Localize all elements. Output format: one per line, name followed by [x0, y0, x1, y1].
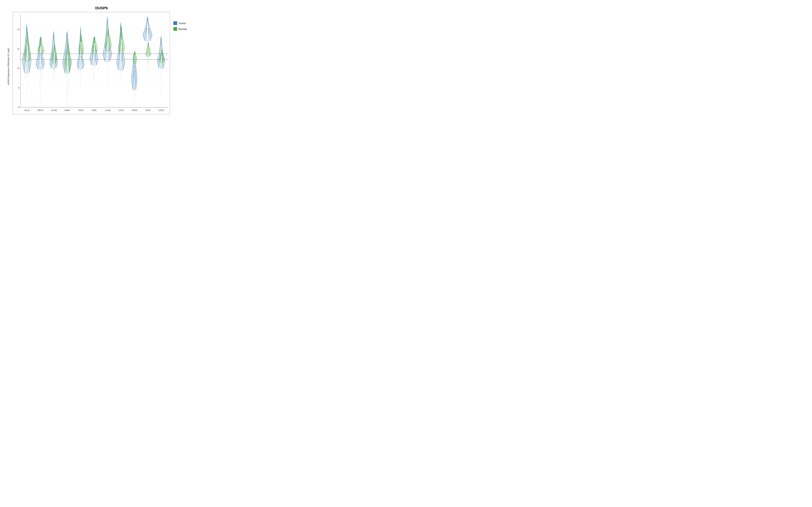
svg-rect-49 [27, 26, 27, 27]
svg-rect-532 [107, 33, 108, 33]
svg-rect-676 [136, 58, 136, 58]
svg-rect-385 [81, 36, 82, 36]
svg-rect-229 [54, 50, 54, 51]
svg-rect-804 [161, 68, 162, 68]
svg-rect-500 [107, 16, 107, 17]
svg-rect-176 [51, 68, 52, 68]
svg-rect-826 [162, 55, 163, 55]
svg-rect-379 [81, 41, 81, 41]
svg-rect-348 [81, 31, 81, 31]
svg-rect-307 [67, 46, 67, 46]
svg-rect-170 [53, 77, 54, 77]
svg-rect-535 [108, 30, 108, 30]
svg-rect-211 [54, 65, 55, 65]
svg-rect-78 [28, 44, 28, 44]
svg-rect-296 [66, 64, 67, 64]
svg-rect-192 [53, 43, 54, 44]
svg-rect-425 [94, 37, 94, 37]
svg-rect-81 [27, 39, 27, 40]
svg-rect-362 [81, 56, 81, 56]
svg-rect-511 [108, 55, 109, 55]
svg-rect-172 [54, 74, 55, 74]
svg-rect-548 [122, 70, 122, 71]
svg-rect-318 [80, 84, 81, 84]
svg-rect-329 [81, 65, 81, 65]
svg-rect-65 [27, 61, 27, 62]
svg-rect-54 [27, 76, 28, 77]
svg-rect-82 [27, 38, 27, 38]
svg-rect-216 [54, 61, 55, 61]
svg-rect-504 [108, 62, 108, 62]
svg-rect-166 [53, 83, 54, 83]
svg-rect-710 [146, 41, 146, 42]
svg-rect-737 [148, 58, 148, 58]
svg-text:10: 10 [17, 67, 19, 69]
svg-rect-204 [54, 70, 54, 71]
svg-rect-146 [40, 58, 41, 58]
svg-rect-610 [121, 29, 122, 29]
svg-rect-430 [94, 59, 95, 59]
svg-rect-350 [80, 27, 81, 27]
svg-rect-462 [94, 36, 95, 36]
svg-rect-357 [81, 60, 81, 60]
svg-rect-552 [118, 63, 118, 64]
svg-rect-333 [81, 57, 81, 58]
svg-rect-837 [161, 49, 162, 49]
svg-rect-674 [134, 59, 135, 59]
svg-rect-769 [161, 90, 161, 91]
svg-rect-633 [135, 78, 135, 79]
svg-rect-50 [27, 24, 27, 25]
svg-rect-101 [39, 85, 40, 86]
svg-rect-169 [53, 78, 53, 78]
svg-rect-268 [66, 46, 66, 46]
legend-box-normal [173, 27, 177, 31]
svg-rect-198 [54, 34, 54, 35]
svg-rect-709 [147, 43, 147, 44]
svg-rect-212 [54, 64, 54, 64]
svg-rect-745 [148, 53, 149, 53]
svg-rect-28 [25, 73, 25, 73]
svg-rect-758 [148, 44, 148, 45]
svg-rect-67 [29, 59, 30, 59]
svg-rect-319 [80, 82, 80, 82]
svg-rect-221 [53, 57, 53, 57]
svg-rect-104 [40, 79, 40, 79]
svg-rect-800 [161, 36, 161, 36]
svg-rect-789 [163, 55, 164, 56]
svg-rect-397 [94, 75, 95, 75]
svg-rect-750 [149, 49, 149, 50]
svg-rect-735 [149, 59, 149, 59]
svg-rect-174 [54, 71, 54, 71]
svg-rect-810 [162, 64, 163, 65]
svg-rect-474 [108, 69, 108, 70]
svg-rect-18 [27, 95, 27, 95]
svg-rect-799 [161, 38, 161, 38]
svg-rect-597 [119, 43, 119, 43]
svg-rect-24 [27, 81, 28, 82]
svg-rect-591 [121, 49, 122, 50]
svg-rect-578 [121, 63, 121, 64]
svg-rect-528 [109, 37, 109, 37]
svg-rect-381 [80, 39, 81, 40]
svg-rect-569 [120, 33, 120, 33]
svg-rect-497 [107, 23, 108, 23]
svg-rect-241 [67, 102, 67, 103]
svg-rect-175 [53, 69, 53, 69]
svg-rect-570 [120, 31, 120, 32]
svg-rect-820 [162, 58, 162, 59]
svg-rect-279 [67, 91, 68, 91]
svg-rect-805 [161, 67, 162, 67]
svg-rect-193 [53, 42, 53, 42]
svg-rect-266 [68, 50, 68, 50]
svg-rect-586 [122, 55, 122, 55]
svg-rect-722 [148, 21, 148, 22]
svg-rect-626 [133, 89, 133, 90]
svg-rect-761 [148, 43, 149, 43]
svg-rect-19 [26, 93, 27, 93]
svg-rect-432 [94, 57, 95, 58]
svg-rect-545 [120, 76, 121, 76]
svg-rect-17 [27, 97, 27, 98]
svg-rect-468 [107, 81, 107, 82]
svg-rect-167 [53, 81, 54, 81]
svg-rect-793 [160, 48, 160, 49]
